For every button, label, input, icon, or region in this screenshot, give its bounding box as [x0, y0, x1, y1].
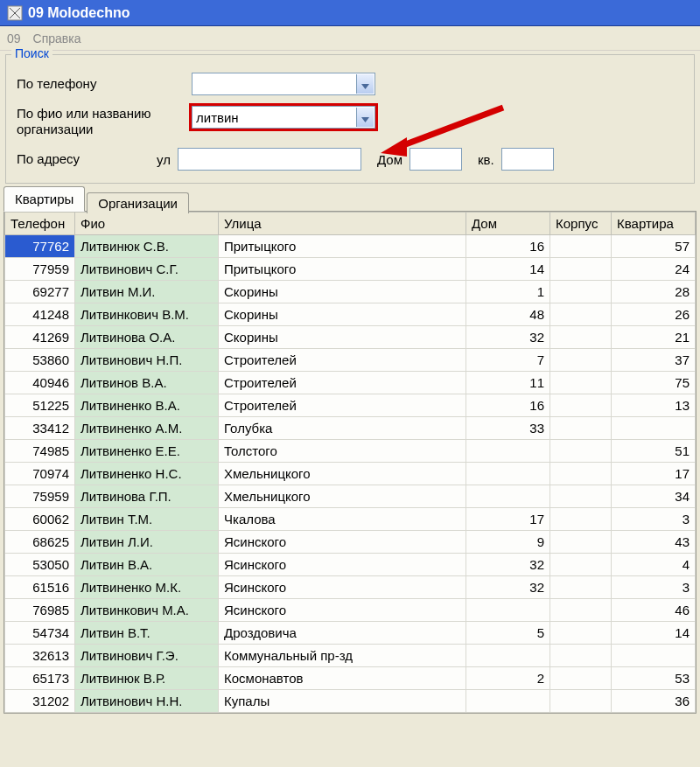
phone-dropdown-button[interactable]	[356, 74, 374, 94]
cell-fio: Литвиненко В.А.	[75, 394, 219, 417]
cell-flat: 75	[612, 372, 696, 394]
flat-label: кв.	[478, 152, 494, 167]
cell-phone: 54734	[5, 622, 75, 645]
cell-street: Строителей	[219, 372, 466, 394]
table-row[interactable]: 74985Литвиненко Е.Е.Толстого51	[5, 440, 696, 463]
table-row[interactable]: 51225Литвиненко В.А.Строителей1613	[5, 394, 696, 417]
cell-phone: 76985	[5, 599, 75, 622]
table-row[interactable]: 77959Литвинович С.Г.Притыцкого1424	[5, 258, 696, 281]
cell-street: Притыцкого	[219, 235, 466, 258]
cell-street: Толстого	[219, 440, 466, 463]
col-header-flat[interactable]: Квартира	[612, 213, 696, 235]
table-row[interactable]: 32613Литвинович Г.Э.Коммунальный пр-зд	[5, 645, 696, 667]
cell-flat	[612, 417, 696, 440]
cell-dom: 16	[466, 394, 550, 417]
table-row[interactable]: 68625Литвин Л.И.Ясинского943	[5, 531, 696, 554]
menu-help[interactable]: Справка	[33, 31, 81, 45]
cell-korpus	[550, 394, 612, 417]
table-row[interactable]: 60062Литвин Т.М.Чкалова173	[5, 508, 696, 531]
table-row[interactable]: 69277Литвин М.И.Скорины128	[5, 281, 696, 303]
table-row[interactable]: 54734Литвин В.Т.Дроздовича514	[5, 622, 696, 645]
cell-phone: 75959	[5, 485, 75, 508]
tab-organizations[interactable]: Организации	[87, 192, 189, 213]
cell-dom: 1	[466, 281, 550, 303]
table-row[interactable]: 41248Литвинкович В.М.Скорины4826	[5, 303, 696, 326]
table-row[interactable]: 41269Литвинова О.А.Скорины3221	[5, 326, 696, 349]
table-row[interactable]: 31202Литвинович Н.Н.Купалы36	[5, 690, 696, 713]
cell-korpus	[550, 349, 612, 372]
table-row[interactable]: 53860Литвинович Н.П.Строителей737	[5, 349, 696, 372]
cell-flat: 26	[612, 303, 696, 326]
cell-phone: 53860	[5, 349, 75, 372]
phone-input[interactable]	[192, 73, 374, 94]
cell-fio: Литвинюк С.В.	[75, 235, 219, 258]
table-row[interactable]: 61516Литвиненко М.К.Ясинского323	[5, 576, 696, 599]
cell-korpus	[550, 531, 612, 554]
table-row[interactable]: 77762Литвинюк С.В.Притыцкого1657	[5, 235, 696, 258]
cell-street: Хмельницкого	[219, 485, 466, 508]
cell-dom: 48	[466, 303, 550, 326]
cell-fio: Литвин Т.М.	[75, 508, 219, 531]
cell-korpus	[550, 326, 612, 349]
cell-dom: 32	[466, 326, 550, 349]
cell-fio: Литвинович Г.Э.	[75, 645, 219, 667]
cell-fio: Литвиненко М.К.	[75, 576, 219, 599]
cell-phone: 61516	[5, 576, 75, 599]
col-header-fio[interactable]: Фио	[75, 213, 219, 235]
col-header-korpus[interactable]: Корпус	[550, 213, 612, 235]
menu-09[interactable]: 09	[7, 31, 21, 45]
menubar: 09 Справка	[0, 26, 700, 51]
name-input[interactable]	[192, 107, 374, 128]
cell-korpus	[550, 667, 612, 690]
flat-input[interactable]	[501, 148, 554, 171]
col-header-street[interactable]: Улица	[219, 213, 466, 235]
cell-korpus	[550, 281, 612, 303]
cell-dom: 11	[466, 372, 550, 394]
cell-dom: 2	[466, 667, 550, 690]
phone-combo[interactable]	[192, 73, 375, 95]
cell-street: Купалы	[219, 690, 466, 713]
cell-flat: 46	[612, 599, 696, 622]
street-input[interactable]	[178, 148, 361, 171]
cell-street: Строителей	[219, 349, 466, 372]
cell-flat: 24	[612, 258, 696, 281]
results-grid[interactable]: Телефон Фио Улица Дом Корпус Квартира 77…	[4, 212, 696, 713]
table-row[interactable]: 33412Литвиненко А.М.Голубка33	[5, 417, 696, 440]
cell-flat: 51	[612, 440, 696, 463]
name-combo[interactable]	[192, 106, 375, 129]
cell-flat: 34	[612, 485, 696, 508]
cell-dom: 17	[466, 508, 550, 531]
cell-street: Хмельницкого	[219, 463, 466, 485]
cell-street: Скорины	[219, 326, 466, 349]
table-row[interactable]: 53050Литвин В.А.Ясинского324	[5, 554, 696, 576]
cell-street: Ясинского	[219, 576, 466, 599]
cell-korpus	[550, 508, 612, 531]
cell-dom	[466, 690, 550, 713]
house-input[interactable]	[410, 148, 462, 171]
cell-korpus	[550, 258, 612, 281]
table-row[interactable]: 70974Литвиненко Н.С.Хмельницкого17	[5, 463, 696, 485]
table-row[interactable]: 75959Литвинова Г.П.Хмельницкого34	[5, 485, 696, 508]
cell-fio: Литвин В.А.	[75, 554, 219, 576]
cell-flat: 3	[612, 576, 696, 599]
search-row-address: По адресу ул Дом кв.	[17, 148, 683, 171]
cell-phone: 31202	[5, 690, 75, 713]
cell-fio: Литвинюк В.Р.	[75, 667, 219, 690]
cell-street: Космонавтов	[219, 667, 466, 690]
by-address-label: По адресу	[17, 151, 150, 167]
cell-phone: 51225	[5, 394, 75, 417]
name-dropdown-button[interactable]	[356, 108, 374, 127]
cell-korpus	[550, 690, 612, 713]
cell-korpus	[550, 463, 612, 485]
cell-flat: 37	[612, 349, 696, 372]
cell-korpus	[550, 485, 612, 508]
col-header-house[interactable]: Дом	[466, 213, 550, 235]
cell-korpus	[550, 622, 612, 645]
cell-flat: 3	[612, 508, 696, 531]
table-row[interactable]: 40946Литвинов В.А.Строителей1175	[5, 372, 696, 394]
table-row[interactable]: 76985Литвинкович М.А.Ясинского46	[5, 599, 696, 622]
table-row[interactable]: 65173Литвинюк В.Р.Космонавтов253	[5, 667, 696, 690]
tab-apartments[interactable]: Квартиры	[4, 186, 85, 212]
col-header-phone[interactable]: Телефон	[5, 213, 75, 235]
cell-phone: 77762	[5, 235, 75, 258]
